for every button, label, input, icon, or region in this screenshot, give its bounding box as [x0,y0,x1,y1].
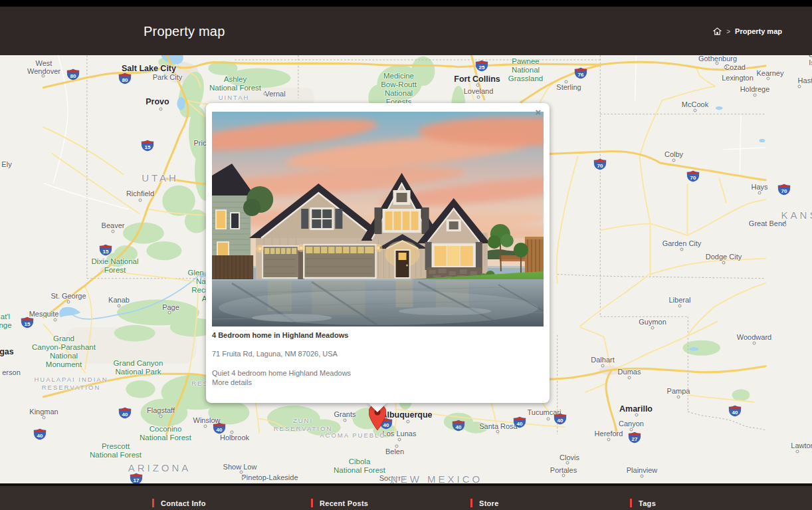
city-dot [240,471,243,474]
map-label: Grand Canyon-Parashant National Monument [32,334,96,369]
city-dot [798,85,801,88]
interstate-shield-icon: 80 [119,73,132,87]
interstate-shield-icon: 80 [67,69,80,83]
map-label: Plainview [627,466,657,474]
interstate-shield-icon: 15 [142,140,154,154]
city-dot [344,419,347,422]
city-dot [159,415,163,418]
city-dot [678,305,682,308]
map-label: Garden City [662,239,702,247]
map-label: Hereford [595,430,623,438]
footer-column-store: Store [470,499,499,507]
interstate-shield-icon: 70 [778,184,791,198]
city-dot [42,74,45,78]
map-label: Lawton [791,442,812,449]
city-dot [159,108,163,111]
breadcrumb-current: Property map [735,27,782,35]
svg-text:17: 17 [134,477,140,483]
page-title: Property map [144,23,225,39]
city-dot [630,428,633,432]
map-label: McCook [682,100,708,108]
svg-text:70: 70 [781,188,787,194]
red-bar [311,499,313,507]
city-dot [242,476,245,479]
svg-text:40: 40 [217,427,223,433]
city-dot [722,261,726,265]
city-dot [628,376,631,380]
map-label: Kingman [29,408,58,416]
city-dot [796,450,799,453]
map-label: gas [0,347,14,356]
map-canvas[interactable]: West WendoverSalt Lake CityPark CityProv… [0,55,812,483]
city-dot [767,77,770,80]
home-icon[interactable] [713,27,722,35]
page-header: Property map > Property map [0,7,812,55]
city-dot [67,301,70,304]
map-label: Colby [664,150,683,158]
map-label: Grants [334,410,355,418]
city-dot [641,475,644,478]
map-label: Dodge City [706,253,742,261]
city-dot [783,223,787,227]
city-dot [753,342,756,345]
infowindow-tail [367,402,387,412]
map-label: Fort Collins [454,74,500,84]
svg-text:15: 15 [145,144,151,150]
map-label: Park City [153,73,183,81]
top-strip [0,0,812,7]
map-label: Flagstaff [147,406,175,414]
map-label: Kearney [757,69,784,77]
more-details-link[interactable]: More details [212,378,544,388]
city-dot [477,96,480,99]
svg-text:70: 70 [597,163,603,169]
map-label: UTAH [142,173,179,184]
interstate-shield-icon: 40 [34,429,47,443]
city-dot [716,62,719,65]
map-label: Dumas [618,368,641,376]
city-dot [677,396,680,399]
map-label: Dixie National Forest [92,257,139,275]
map-label: Vernal [264,90,285,98]
svg-text:40: 40 [517,421,523,427]
interstate-shield-icon: 40 [554,414,567,428]
breadcrumb-separator: > [726,27,730,35]
close-icon[interactable]: × [533,107,544,118]
map-label: Beaver [102,221,125,229]
city-dot [562,474,565,477]
map-label: Medicine Bow-Routt National Forests [381,72,417,106]
city-dot [565,80,568,84]
footer-column-contact: Contact Info [152,499,206,507]
map-label: Page [162,303,179,311]
property-infowindow: × [206,103,550,403]
interstate-shield-icon: 76 [575,68,587,82]
city-dot [54,319,57,322]
city-dot [118,305,121,308]
map-label: NEW MEXICO [391,474,482,483]
svg-text:40: 40 [456,424,462,430]
svg-text:70: 70 [690,175,696,181]
interstate-shield-icon: 40 [119,408,132,422]
map-label: Richfield [126,190,154,197]
city-dot [476,84,480,87]
map-label: ZUNI RESERVATION [274,417,333,433]
city-dot [547,418,550,421]
svg-text:40: 40 [558,418,563,424]
map-label: Cozad [724,63,746,71]
map-label: St. George [51,292,86,300]
property-address: 71 Fruita Rd, Laguna, NM 87026, USA [212,350,544,358]
interstate-shield-icon: 15 [100,245,112,259]
interstate-shield-icon: 25 [476,61,488,74]
city-dot [680,248,684,251]
city-dot [168,311,171,315]
map-label: Pawnee National Grassland [508,57,543,83]
map-label: Great Bend [749,219,786,227]
city-dot [407,420,410,424]
city-dot [672,159,676,162]
interstate-shield-icon: 70 [687,171,700,185]
footer-heading: Recent Posts [320,499,368,507]
map-label: Pinetop-Lakeside [241,473,298,481]
city-dot [231,431,234,434]
map-label: Portales [550,466,577,474]
interstate-shield-icon: 40 [514,417,526,431]
map-label: HUALAPAI INDIAN RESERVATION [34,376,108,392]
